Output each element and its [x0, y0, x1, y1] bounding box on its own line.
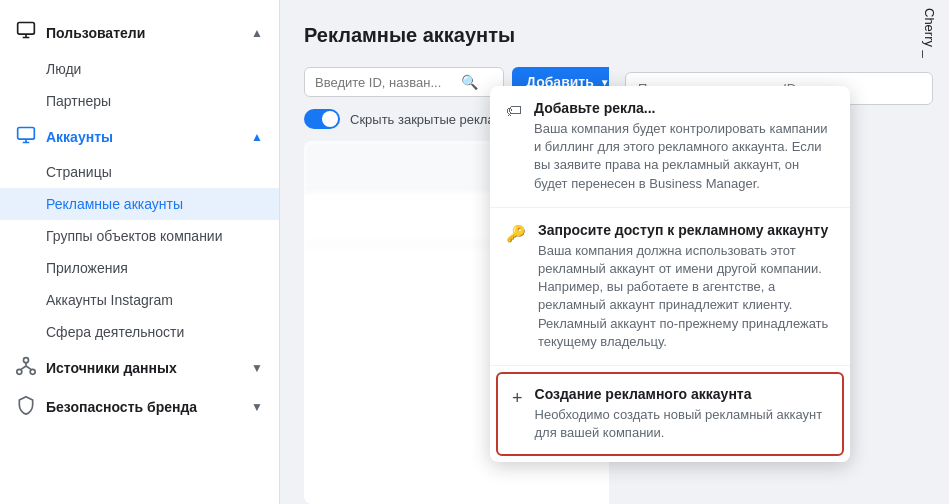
sidebar-section-brand-safety[interactable]: Безопасность бренда ▼ — [0, 387, 279, 426]
sidebar-section-users[interactable]: Пользователи ▲ — [0, 12, 279, 53]
dropdown-item-request-access[interactable]: 🔑 Запросите доступ к рекламному аккаунту… — [490, 208, 850, 366]
hide-closed-toggle[interactable] — [304, 109, 340, 129]
sidebar-section-users-label: Пользователи — [46, 25, 145, 41]
chevron-down-icon-brand: ▼ — [251, 400, 263, 414]
search-input[interactable] — [315, 75, 455, 90]
dropdown-item-3-title: Создание рекламного аккаунта — [535, 386, 828, 402]
sidebar-item-ad-accounts[interactable]: Рекламные аккаунты — [0, 188, 279, 220]
sidebar-section-accounts-label: Аккаунты — [46, 129, 113, 145]
tag-icon: 🏷 — [506, 102, 522, 120]
brand-safety-icon — [16, 395, 36, 418]
svg-point-3 — [17, 369, 22, 374]
page-title: Рекламные аккаунты — [304, 24, 925, 47]
dropdown-item-add-ad-account[interactable]: 🏷 Добавьте рекла... Ваша компания будет … — [490, 86, 850, 208]
users-icon — [16, 20, 36, 45]
sidebar-item-apps[interactable]: Приложения — [0, 252, 279, 284]
chevron-down-icon-data: ▼ — [251, 361, 263, 375]
dropdown-item-2-title: Запросите доступ к рекламному аккаунту — [538, 222, 834, 238]
search-icon: 🔍 — [461, 74, 478, 90]
dropdown-item-1-title: Добавьте рекла... — [534, 100, 834, 116]
svg-rect-0 — [18, 23, 35, 35]
chevron-up-icon: ▲ — [251, 26, 263, 40]
dropdown-item-create-ad-account[interactable]: + Создание рекламного аккаунта Необходим… — [496, 372, 844, 456]
sidebar-item-instagram[interactable]: Аккаунты Instagram — [0, 284, 279, 316]
sidebar-section-brand-safety-label: Безопасность бренда — [46, 399, 197, 415]
dropdown-item-2-desc: Ваша компания должна использовать этот р… — [538, 242, 834, 351]
sidebar: Пользователи ▲ Люди Партнеры Аккаунты ▲ … — [0, 0, 280, 504]
sidebar-section-data-sources[interactable]: Источники данных ▼ — [0, 348, 279, 387]
key-icon: 🔑 — [506, 224, 526, 243]
dropdown-item-1-desc: Ваша компания будет контролировать кампа… — [534, 120, 834, 193]
data-sources-icon — [16, 356, 36, 379]
sidebar-item-activity[interactable]: Сфера деятельности — [0, 316, 279, 348]
dropdown-item-3-desc: Необходимо создать новый рекламный аккау… — [535, 406, 828, 442]
add-dropdown: 🏷 Добавьте рекла... Ваша компания будет … — [490, 86, 850, 462]
sidebar-item-business-groups[interactable]: Группы объектов компании — [0, 220, 279, 252]
sidebar-section-accounts[interactable]: Аккаунты ▲ — [0, 117, 279, 156]
cherry-text: Cherry _ — [918, 0, 941, 66]
plus-icon: + — [512, 388, 523, 409]
sidebar-item-partners[interactable]: Партнеры — [0, 85, 279, 117]
sidebar-section-data-sources-label: Источники данных — [46, 360, 177, 376]
svg-point-4 — [30, 369, 35, 374]
sidebar-item-pages[interactable]: Страницы — [0, 156, 279, 188]
main-content: Рекламные аккаунты 🔍 Добавить ▼ Фильтров… — [280, 0, 949, 504]
svg-point-2 — [24, 358, 29, 363]
sidebar-item-people[interactable]: Люди — [0, 53, 279, 85]
chevron-up-icon-accounts: ▲ — [251, 130, 263, 144]
svg-rect-1 — [18, 128, 35, 140]
search-box[interactable]: 🔍 — [304, 67, 504, 97]
accounts-icon — [16, 125, 36, 148]
